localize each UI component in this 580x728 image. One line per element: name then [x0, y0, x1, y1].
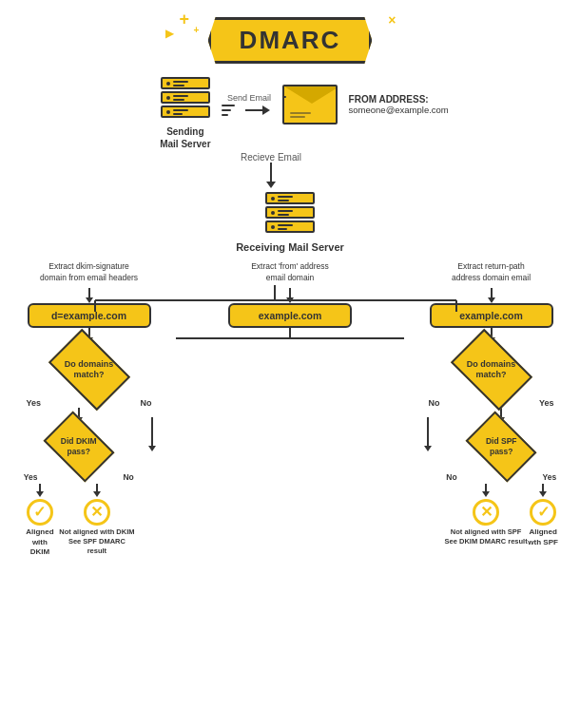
diagram-container: + + × ▶ DMARC	[0, 0, 580, 728]
col3-spf-no: No	[446, 472, 456, 482]
col2-domain-box: example.com	[228, 303, 352, 328]
recv-line	[278, 228, 287, 230]
col-from: Extract 'from' addressemail domain examp…	[209, 261, 371, 728]
col3-check-circle: ✓	[530, 499, 556, 526]
col3-diamond1: Do domainsmatch?	[454, 343, 530, 396]
col3-no-label: No	[429, 398, 440, 408]
deco-x-1: ×	[388, 12, 396, 28]
col1-no-vline	[151, 417, 153, 446]
col1-no-arrow	[148, 446, 156, 451]
sending-server-label: Sending Mail Server	[160, 125, 210, 150]
sending-server: Sending Mail Server	[160, 77, 210, 150]
col1-no-label: No	[141, 398, 152, 408]
col1-x-vline	[96, 484, 98, 491]
recv-dot	[271, 225, 275, 229]
deco-tri-1: ▶	[165, 27, 174, 40]
receiving-server-label: Receiving Mail Server	[236, 240, 344, 254]
col1-x-arrow	[93, 491, 101, 497]
col1-domain-box: d=example.com	[28, 303, 151, 328]
from-address-block: FROM ADDRESS: someone@example.com	[349, 94, 449, 115]
server-dot	[166, 82, 170, 86]
recv-line	[278, 214, 289, 216]
speed-line-2	[222, 109, 231, 111]
col3-spf-yes: Yes	[543, 472, 557, 482]
col3-spf-results: ✕ Not aligned with SPFSee DKIM DMARC res…	[444, 484, 558, 547]
col3-no-branch	[424, 417, 432, 547]
col3-no-arrow	[424, 446, 432, 451]
col1-dkim-no: No	[123, 472, 133, 482]
col3-x-vline	[485, 484, 487, 491]
col1-yes-label: Yes	[27, 398, 42, 408]
server-line	[173, 95, 188, 97]
col-dkim: Extract dkim-signaturedomain from email …	[6, 261, 172, 728]
server-unit-2	[161, 91, 210, 104]
col2-extract: Extract 'from' addressemail domain	[251, 261, 329, 288]
recv-server-unit-1	[265, 192, 315, 204]
server-unit-3	[161, 105, 210, 118]
v-line-to-receiver	[270, 163, 272, 182]
speed-line-1	[222, 105, 235, 106]
col3-x-label: Not aligned with SPFSee DKIM DMARC resul…	[445, 527, 528, 546]
server-line	[173, 109, 188, 111]
col3-x-arrow	[482, 491, 490, 497]
receive-email-label: Recieve Email	[241, 152, 301, 163]
col3-check-icon: ✓	[537, 505, 550, 520]
arrow-head	[262, 105, 270, 115]
col1-sub-cols: Did DKIMpass? Yes No ✓	[15, 408, 163, 557]
server-dot	[166, 96, 170, 100]
col3-check-label: Alignedwth SPF	[528, 527, 558, 547]
col1-diamond1: Do domainsmatch?	[51, 343, 127, 396]
col2-line2	[289, 328, 291, 337]
send-email-label: Send Email	[227, 93, 271, 103]
col1-check-label: Alignedwith DKIM	[22, 527, 58, 557]
col1-check-icon: ✓	[33, 505, 46, 520]
col3-spf-text: Did SPFpass?	[486, 436, 517, 457]
speed-line-3	[222, 114, 228, 116]
col1-line1	[88, 288, 90, 297]
col1-x-wrap: ✕ Not aligned with DKIMSee SPF DMARC res…	[58, 484, 136, 557]
recv-line	[278, 210, 293, 212]
recv-line	[278, 224, 293, 226]
col3-no-vline	[427, 417, 429, 446]
receiving-server: Receiving Mail Server	[236, 192, 344, 254]
speed-lines	[222, 105, 235, 116]
from-address-label: FROM ADDRESS:	[349, 94, 449, 105]
env-line-2	[290, 116, 305, 118]
dmarc-banner: + + × ▶ DMARC	[208, 17, 373, 64]
from-address-email: someone@example.com	[349, 105, 449, 115]
col3-yes-label: Yes	[539, 398, 554, 408]
col1-no-branch	[148, 417, 156, 557]
col3-line1	[491, 288, 493, 297]
recv-dot	[271, 197, 275, 201]
col1-dkim-text: Did DKIMpass?	[61, 436, 97, 457]
col3-x-icon: ✕	[480, 505, 493, 520]
col-spf: Extract return-pathaddress domain email …	[408, 261, 574, 728]
email-envelope	[282, 85, 338, 125]
col3-domain-box: example.com	[430, 303, 553, 328]
col1-dkim-yes: Yes	[24, 472, 38, 482]
server-dot	[166, 110, 170, 114]
col1-yes-branch: Did DKIMpass? Yes No ✓	[22, 408, 136, 557]
col1-dkim-diamond: Did DKIMpass?	[46, 423, 112, 470]
col3-x-circle: ✕	[473, 499, 499, 526]
deco-plus-1: +	[180, 10, 190, 29]
server-line	[173, 99, 184, 101]
col1-check-vline	[39, 484, 41, 491]
col1-diamond1-text: Do domainsmatch?	[65, 359, 114, 381]
arrow-line	[245, 109, 262, 111]
col3-check-arrow	[539, 491, 547, 497]
col3-sub-cols: Did SPFpass? No Yes ✕	[417, 408, 565, 547]
col1-x-icon: ✕	[90, 505, 103, 520]
deco-plus-2: +	[194, 25, 200, 35]
recv-line	[278, 196, 293, 198]
envelope-flap	[284, 86, 338, 104]
dmarc-title: DMARC	[208, 17, 373, 64]
col1-check-arrow	[36, 491, 44, 497]
envelope-speed-lines	[282, 96, 286, 107]
env-speed-2	[282, 101, 283, 103]
col3-extract: Extract return-pathaddress domain email	[452, 261, 531, 288]
col1-check-circle: ✓	[27, 499, 53, 526]
col3-check-vline	[542, 484, 544, 491]
server-unit-1	[161, 77, 210, 89]
send-arrow	[245, 105, 270, 115]
